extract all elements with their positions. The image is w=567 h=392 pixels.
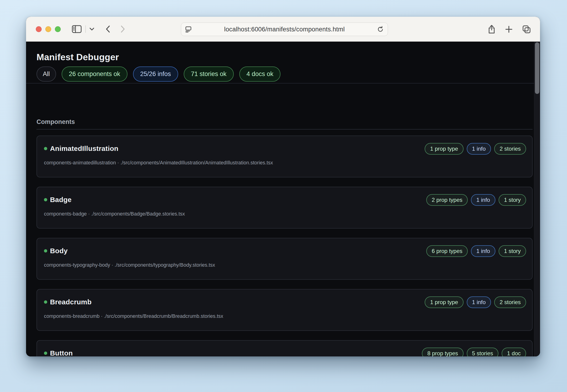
component-name: Button — [50, 349, 73, 356]
badge-group: 6 prop types 1 info 1 story — [426, 245, 526, 257]
filter-bar: All 26 components ok 25/26 infos 71 stor… — [37, 67, 526, 82]
info-badge: 1 info — [467, 143, 491, 155]
scrollbar-track[interactable] — [534, 42, 540, 356]
filter-all[interactable]: All — [37, 67, 56, 82]
prop-type-badge: 2 prop types — [426, 194, 468, 206]
component-name: Body — [50, 247, 68, 255]
info-badge: 1 info — [471, 194, 495, 206]
stories-badge: 2 stories — [494, 143, 526, 155]
badge-group: 2 prop types 1 info 1 story — [426, 194, 526, 206]
component-meta: components-typography-body · ./src/compo… — [44, 262, 525, 268]
stories-badge: 1 story — [499, 194, 526, 206]
back-button[interactable] — [105, 25, 111, 33]
filter-infos[interactable]: 25/26 infos — [133, 67, 178, 82]
browser-window: localhost:6006/manifests/components.html — [26, 17, 540, 356]
component-name: Badge — [50, 196, 72, 204]
page-title: Manifest Debugger — [37, 52, 526, 63]
info-badge: 1 info — [467, 296, 491, 308]
reload-icon[interactable] — [377, 26, 384, 33]
section-divider — [37, 129, 533, 129]
prop-type-badge: 1 prop type — [425, 296, 463, 308]
traffic-lights — [36, 26, 61, 32]
chevron-down-icon[interactable] — [89, 27, 95, 31]
badge-group: 8 prop types 5 stories 1 doc — [422, 348, 526, 356]
zoom-window-button[interactable] — [55, 26, 61, 32]
address-bar[interactable]: localhost:6006/manifests/components.html — [181, 23, 388, 36]
forward-button[interactable] — [120, 25, 125, 33]
stories-badge: 1 story — [499, 245, 526, 257]
badge-group: 1 prop type 1 info 2 stories — [425, 143, 526, 155]
section-heading: Components — [37, 118, 533, 126]
doc-badge: 1 doc — [502, 348, 526, 356]
badge-group: 1 prop type 1 info 2 stories — [425, 296, 526, 308]
url-text[interactable]: localhost:6006/manifests/components.html — [192, 26, 377, 33]
component-meta: components-badge · ./src/components/Badg… — [44, 211, 525, 217]
info-badge: 1 info — [471, 245, 495, 257]
status-dot-icon — [44, 147, 47, 150]
share-icon[interactable] — [488, 25, 496, 34]
status-dot-icon — [44, 249, 47, 252]
component-card: Breadcrumb components-breadcrumb · ./src… — [37, 289, 533, 331]
prop-type-badge: 1 prop type — [425, 143, 463, 155]
filter-docs[interactable]: 4 docs ok — [239, 67, 281, 82]
tab-overview-icon[interactable] — [522, 25, 531, 33]
header-divider — [26, 83, 534, 84]
status-dot-icon — [44, 351, 47, 355]
component-card: AnimatedIllustration components-animated… — [37, 136, 533, 177]
stories-badge: 2 stories — [494, 296, 526, 308]
component-meta: components-breadcrumb · ./src/components… — [44, 313, 525, 320]
minimize-window-button[interactable] — [45, 26, 51, 32]
scrollbar-thumb[interactable] — [535, 42, 539, 94]
prop-type-badge: 6 prop types — [426, 245, 468, 257]
component-meta: components-animatedillustration · ./src/… — [44, 160, 525, 166]
status-dot-icon — [44, 198, 47, 201]
status-dot-icon — [44, 300, 47, 304]
component-name: Breadcrumb — [50, 298, 92, 306]
page-icon — [185, 26, 192, 33]
prop-type-badge: 8 prop types — [422, 348, 463, 356]
component-card: Button 8 prop types 5 stories 1 doc — [37, 340, 533, 356]
new-tab-icon[interactable] — [505, 25, 513, 33]
stories-badge: 5 stories — [467, 348, 499, 356]
filter-components[interactable]: 26 components ok — [62, 67, 128, 82]
sidebar-toggle-icon[interactable] — [72, 25, 82, 33]
filter-stories[interactable]: 71 stories ok — [184, 67, 234, 82]
page-viewport: Manifest Debugger All 26 components ok 2… — [26, 42, 540, 356]
close-window-button[interactable] — [36, 26, 42, 32]
component-card: Body components-typography-body · ./src/… — [37, 238, 533, 280]
toolbar-separator — [85, 25, 86, 33]
browser-toolbar: localhost:6006/manifests/components.html — [26, 17, 540, 42]
page-header: Manifest Debugger All 26 components ok 2… — [26, 42, 534, 82]
component-name: AnimatedIllustration — [50, 144, 118, 153]
component-card: Badge components-badge · ./src/component… — [37, 187, 533, 229]
